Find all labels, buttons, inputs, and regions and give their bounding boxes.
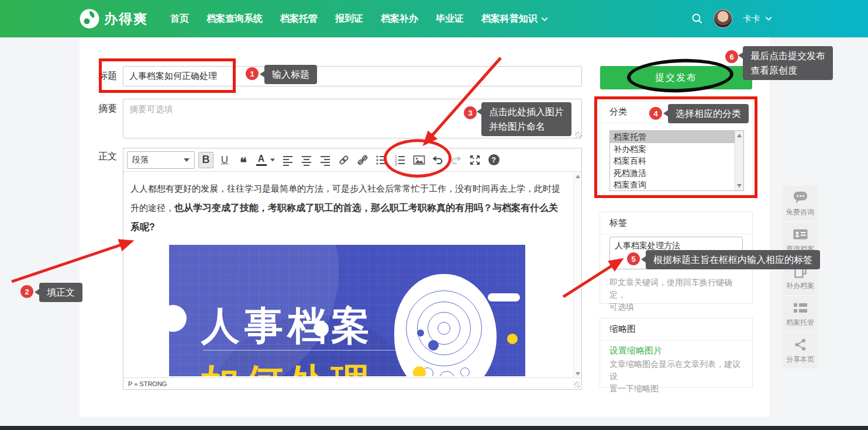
select-caret-icon <box>184 158 190 162</box>
font-color-button[interactable]: A <box>254 152 277 168</box>
id-card-icon <box>793 227 808 242</box>
align-right-button[interactable] <box>318 152 333 168</box>
tags-title: 标签 <box>600 212 752 234</box>
banner-title-line1: 人事档案 <box>201 300 374 352</box>
color-caret-icon <box>270 158 275 161</box>
svg-text:3: 3 <box>395 162 397 166</box>
banner-title-line2: 如何处理 <box>201 357 374 376</box>
blockquote-button[interactable]: ❝ <box>236 152 251 168</box>
page-bottom-strip <box>0 417 868 426</box>
article-banner-image[interactable]: 人事档案 如何处理 <box>169 245 525 376</box>
bullet-list-button[interactable] <box>374 152 389 168</box>
numbered-list-button[interactable]: 123 <box>392 152 408 168</box>
scroll-up-icon[interactable] <box>576 175 580 178</box>
logo-icon <box>80 9 99 29</box>
element-path: P » STRONG <box>128 380 167 387</box>
editor-resize-grip[interactable] <box>574 382 580 388</box>
share-icon <box>793 337 808 352</box>
editor-bold-text: 也从学习变成了技能，考职称成了职工的首选，那么职工考职称真的有用吗？与档案有什么… <box>130 203 558 232</box>
tool-query-archive[interactable]: 查询档案 <box>783 223 818 258</box>
category-scrollbar[interactable] <box>735 131 743 190</box>
summary-resize-grip[interactable] <box>575 131 581 138</box>
search-icon[interactable] <box>691 13 703 25</box>
logo[interactable]: 办得爽 <box>80 9 148 29</box>
nav-item-diploma[interactable]: 毕业证 <box>436 13 464 25</box>
align-center-button[interactable] <box>299 152 314 168</box>
editor-content[interactable]: 人人都想有更好的发展，往往学习是最简单的方法，可是步入社会后常常忙于工作，没有时… <box>123 172 581 379</box>
category-panel: 分类 档案托管 补办档案 档案百科 死档激活 档案查询 <box>600 100 753 197</box>
scroll-up-icon[interactable] <box>737 134 742 137</box>
tags-input[interactable]: 人事档案处理方法 <box>609 237 743 269</box>
nav-item-archive-hosting[interactable]: 档案托管 <box>280 13 318 25</box>
thumbnail-panel: 缩略图 设置缩略图片 文章缩略图会显示在文章列表，建议设置一下缩略图 <box>600 318 753 388</box>
avatar[interactable] <box>714 9 732 28</box>
footer-bar <box>0 426 868 430</box>
title-label: 标题 <box>98 70 117 82</box>
side-toolbar: 免费咨询 查询档案 补办档案 档案托管 分享本页 <box>783 186 818 370</box>
chevron-down-icon <box>541 15 547 21</box>
main-nav: 首页 档案查询系统 档案托管 报到证 档案补办 毕业证 档案科普知识 <box>170 0 546 37</box>
scroll-down-icon[interactable] <box>576 372 580 376</box>
rich-text-editor: 段落 B U ❝ A 123 <box>123 148 582 390</box>
body-label: 正文 <box>98 151 117 163</box>
editor-scrollbar[interactable] <box>573 172 581 379</box>
nav-item-registration-card[interactable]: 报到证 <box>335 13 363 25</box>
category-title: 分类 <box>600 101 752 123</box>
thumbnail-desc: 文章缩略图会显示在文章列表，建议设置一下缩略图 <box>609 358 745 395</box>
underline-button[interactable]: U <box>217 152 232 168</box>
summary-label: 摘要 <box>98 103 117 115</box>
category-listbox: 档案托管 补办档案 档案百科 死档激活 档案查询 <box>609 130 744 191</box>
unlink-button[interactable] <box>355 152 370 168</box>
tags-panel: 标签 人事档案处理方法 即文章关键词，使用回车换行键确定，可选填 <box>600 211 753 304</box>
editor-status-bar: P » STRONG <box>123 377 581 389</box>
header-right: 卡卡 <box>691 0 770 37</box>
link-button[interactable] <box>336 152 352 168</box>
tool-reissue-archive[interactable]: 补办档案 <box>783 259 818 295</box>
undo-button[interactable] <box>430 152 445 168</box>
app-header: 办得爽 首页 档案查询系统 档案托管 报到证 档案补办 毕业证 档案科普知识 卡… <box>0 0 868 37</box>
user-chevron-down-icon[interactable] <box>765 14 771 20</box>
set-thumbnail-link[interactable]: 设置缩略图片 <box>609 345 662 356</box>
nav-item-archive-query-system[interactable]: 档案查询系统 <box>206 13 263 25</box>
category-option[interactable]: 档案托管 <box>610 131 743 143</box>
redo-button[interactable] <box>449 152 464 168</box>
tool-share-page[interactable]: 分享本页 <box>783 333 818 369</box>
scroll-down-icon[interactable] <box>737 184 742 188</box>
nav-item-archive-reissue[interactable]: 档案补办 <box>381 13 418 25</box>
editor-toolbar: 段落 B U ❝ A 123 <box>123 148 581 172</box>
align-left-button[interactable] <box>280 152 295 168</box>
editor-paragraph: 人人都想有更好的发展，往往学习是最简单的方法，可是步入社会后常常忙于工作，没有时… <box>130 179 566 237</box>
insert-image-button[interactable] <box>411 152 426 168</box>
logo-text: 办得爽 <box>104 10 148 28</box>
nav-item-home[interactable]: 首页 <box>170 13 189 25</box>
category-option[interactable]: 死档激活 <box>610 167 743 179</box>
tool-archive-hosting[interactable]: 档案托管 <box>783 296 818 332</box>
paragraph-select[interactable]: 段落 <box>127 151 195 169</box>
user-name[interactable]: 卡卡 <box>743 13 760 25</box>
bold-button[interactable]: B <box>198 152 213 168</box>
category-option[interactable]: 补办档案 <box>610 143 743 155</box>
title-input[interactable] <box>123 66 582 86</box>
summary-textarea[interactable] <box>123 99 582 138</box>
fullscreen-button[interactable] <box>467 152 483 168</box>
help-button[interactable]: ? <box>486 152 501 168</box>
tool-free-consult[interactable]: 免费咨询 <box>783 186 818 221</box>
list-grid-icon <box>793 300 808 315</box>
category-option[interactable]: 档案百科 <box>610 155 743 167</box>
category-option[interactable]: 档案查询 <box>610 179 743 191</box>
copy-pages-icon <box>793 263 808 279</box>
step-badge-2: 2 <box>20 285 33 298</box>
publish-button[interactable]: 提交发布 <box>600 66 752 89</box>
tags-help: 即文章关键词，使用回车换行键确定，可选填 <box>609 276 745 313</box>
step-tooltip-2: 填正文 <box>39 283 82 302</box>
chat-bubble-icon <box>793 190 808 205</box>
thumbnail-title: 缩略图 <box>600 318 752 341</box>
nav-item-archive-knowledge[interactable]: 档案科普知识 <box>481 13 546 25</box>
